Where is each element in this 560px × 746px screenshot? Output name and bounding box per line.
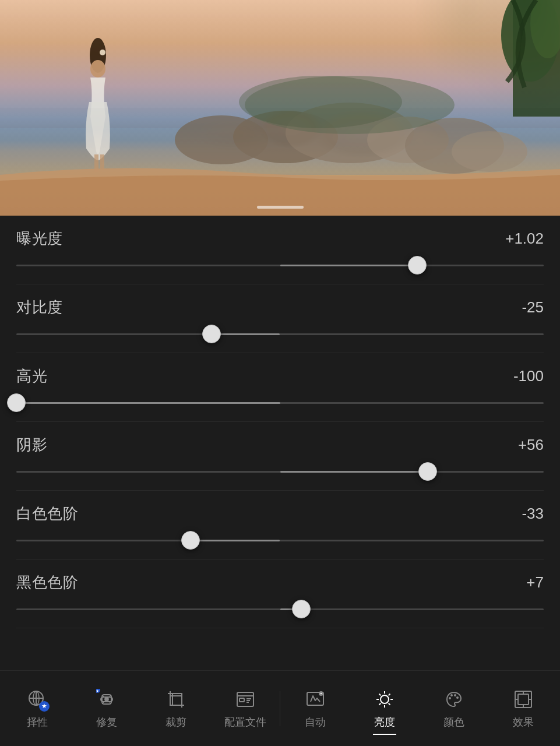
slider-label-whites: 白色色阶 — [16, 504, 78, 524]
effects-label: 效果 — [513, 715, 534, 729]
slider-thumb-contrast[interactable] — [202, 325, 221, 343]
svg-point-7 — [452, 131, 527, 172]
profile-icon — [234, 688, 256, 710]
color-label: 颜色 — [443, 715, 464, 729]
toolbar-item-crop[interactable]: 裁剪 — [141, 682, 210, 735]
slider-row-contrast: 对比度-25 — [16, 284, 544, 353]
toolbar-item-brightness[interactable]: 亮度 — [350, 682, 419, 735]
slider-track-whites — [16, 540, 544, 541]
brightness-icon — [374, 688, 396, 710]
svg-point-47 — [449, 697, 451, 699]
svg-line-44 — [388, 703, 390, 705]
svg-point-38 — [381, 695, 389, 703]
slider-label-highlights: 高光 — [16, 366, 47, 386]
svg-rect-15 — [94, 154, 98, 172]
svg-point-48 — [450, 694, 453, 696]
svg-point-17 — [100, 50, 105, 55]
slider-row-highlights: 高光-100 — [16, 353, 544, 422]
svg-rect-52 — [518, 694, 529, 705]
slider-track-container-contrast[interactable] — [16, 326, 544, 342]
svg-point-49 — [454, 694, 456, 696]
slider-label-blacks: 黑色色阶 — [16, 572, 78, 593]
slider-fill-shadows — [280, 471, 428, 473]
slider-value-exposure: +1.02 — [505, 230, 544, 248]
photo-preview — [0, 0, 560, 216]
slider-track-contrast — [16, 333, 544, 335]
slider-track-shadows — [16, 471, 544, 473]
toolbar-item-color[interactable]: 颜色 — [419, 682, 488, 735]
slider-value-shadows: +56 — [518, 436, 544, 454]
slider-row-blacks: 黑色色阶+7 — [16, 560, 544, 628]
selectivity-icon: ★ — [26, 688, 48, 710]
svg-line-43 — [379, 694, 381, 695]
svg-line-46 — [379, 703, 381, 705]
scroll-indicator — [257, 206, 304, 209]
selectivity-label: 择性 — [27, 715, 48, 729]
svg-point-14 — [90, 60, 105, 78]
toolbar-item-profile[interactable]: 配置文件 — [210, 682, 280, 735]
star-badge: ★ — [39, 701, 50, 712]
svg-point-5 — [175, 115, 268, 164]
svg-point-50 — [456, 696, 459, 699]
auto-icon — [304, 688, 326, 710]
crop-label: 裁剪 — [165, 715, 186, 729]
toolbar-item-repair[interactable]: ★ 修复 — [72, 682, 141, 735]
slider-track-blacks — [16, 608, 544, 610]
svg-line-45 — [388, 694, 390, 695]
repair-icon: ★ — [96, 688, 118, 710]
crop-icon — [165, 688, 187, 710]
slider-row-whites: 白色色阶-33 — [16, 491, 544, 560]
slider-label-exposure: 曝光度 — [16, 228, 63, 249]
slider-value-highlights: -100 — [513, 367, 544, 385]
svg-rect-32 — [240, 698, 244, 702]
slider-track-container-whites[interactable] — [16, 532, 544, 548]
auto-label: 自动 — [305, 715, 326, 729]
toolbar-item-auto[interactable]: 自动 — [280, 682, 350, 735]
svg-text:★: ★ — [96, 689, 99, 693]
bottom-toolbar: ★ 择性 ★ 修复 — [0, 670, 560, 746]
slider-thumb-exposure[interactable] — [408, 256, 427, 275]
toolbar-item-effects[interactable]: 效果 — [488, 682, 558, 735]
svg-point-9 — [239, 76, 402, 128]
slider-track-highlights — [16, 402, 544, 404]
slider-fill-exposure — [280, 265, 417, 266]
effects-icon — [512, 688, 534, 710]
slider-fill-highlights — [16, 402, 280, 404]
profile-label: 配置文件 — [224, 715, 266, 729]
slider-row-exposure: 曝光度+1.02 — [16, 216, 544, 284]
slider-value-whites: -33 — [522, 505, 544, 523]
slider-thumb-shadows[interactable] — [418, 462, 437, 481]
toolbar-item-selectivity[interactable]: ★ 择性 — [2, 682, 72, 735]
slider-track-container-blacks[interactable] — [16, 601, 544, 617]
slider-track-container-shadows[interactable] — [16, 463, 544, 480]
slider-thumb-whites[interactable] — [181, 531, 200, 550]
slider-fill-whites — [191, 540, 280, 541]
brightness-label: 亮度 — [374, 715, 395, 729]
svg-rect-16 — [100, 154, 104, 169]
color-icon — [443, 688, 465, 710]
slider-thumb-blacks[interactable] — [292, 600, 311, 618]
slider-label-contrast: 对比度 — [16, 297, 63, 318]
slider-label-shadows: 阴影 — [16, 435, 47, 455]
slider-track-container-highlights[interactable] — [16, 395, 544, 411]
slider-thumb-highlights[interactable] — [7, 393, 26, 412]
slider-value-blacks: +7 — [526, 573, 544, 592]
slider-row-shadows: 阴影+56 — [16, 422, 544, 491]
repair-label: 修复 — [96, 715, 117, 729]
controls-panel: 曝光度+1.02对比度-25高光-100阴影+56白色色阶-33黑色色阶+7 — [0, 216, 560, 670]
slider-track-exposure — [16, 265, 544, 266]
slider-fill-contrast — [212, 333, 280, 335]
slider-value-contrast: -25 — [522, 298, 544, 316]
slider-track-container-exposure[interactable] — [16, 257, 544, 273]
